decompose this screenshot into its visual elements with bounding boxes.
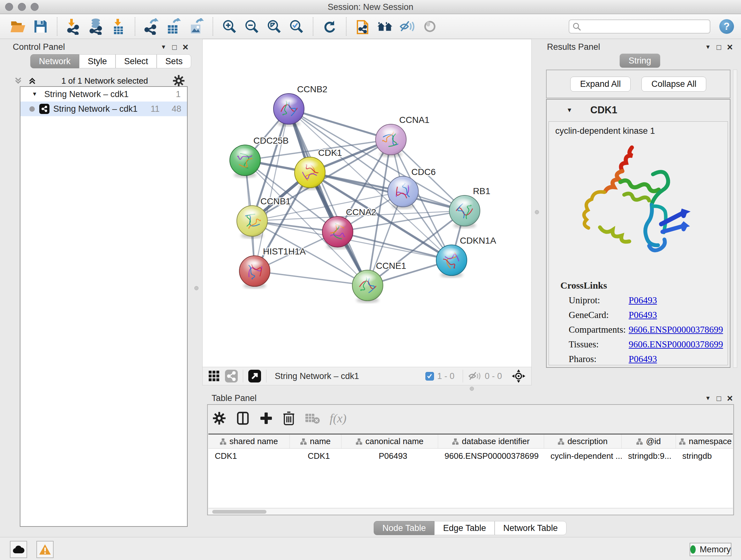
expand-all-networks-icon[interactable]	[13, 76, 23, 85]
network-row-selected[interactable]: String Network – cdk1 11 48	[20, 102, 187, 116]
panel-menu-icon[interactable]: ▼	[161, 44, 166, 51]
graph-edge-CCNB2-CCNE1[interactable]	[289, 109, 367, 286]
tab-network[interactable]: Network	[30, 54, 79, 68]
window-title: Session: New Session	[0, 0, 741, 14]
table-cell: stringdb	[676, 451, 733, 461]
table-toolbar: f(x)	[212, 408, 347, 428]
graph-node-HIST1H1A[interactable]: HIST1H1A	[239, 246, 306, 289]
zoom-out-icon[interactable]	[244, 18, 260, 35]
network-canvas[interactable]: CCNB2CCNA1CDC25BCDK1CDC6RB1CCNB1CCNA2CDK…	[203, 39, 531, 367]
search-field[interactable]	[569, 19, 711, 34]
collapse-all-networks-icon[interactable]	[27, 76, 37, 85]
crosslink-link[interactable]: P06493	[629, 295, 657, 306]
import-network-database-icon[interactable]	[88, 18, 105, 35]
table-cell: CDK1	[208, 451, 290, 461]
show-graphics-icon[interactable]	[421, 18, 438, 35]
column-header-description[interactable]: description	[544, 435, 622, 448]
zoom-selected-icon[interactable]	[288, 18, 305, 35]
grid-view-icon[interactable]	[208, 370, 220, 382]
memory-button[interactable]: Memory	[690, 543, 731, 556]
entry-collapse-icon[interactable]: ▼	[566, 107, 572, 114]
column-header-shared-name[interactable]: shared name	[208, 435, 290, 448]
network-share-icon[interactable]	[225, 370, 238, 382]
graph-node-RB1[interactable]: RB1	[449, 186, 490, 228]
show-columns-icon[interactable]	[236, 411, 250, 425]
crosslinks-title: CrossLinks	[560, 280, 728, 291]
warning-icon[interactable]	[37, 541, 54, 558]
tab-style[interactable]: Style	[79, 54, 116, 68]
column-header-@id[interactable]: @id	[622, 435, 676, 448]
tab-sets[interactable]: Sets	[157, 54, 191, 68]
column-header-canonical-name[interactable]: canonical name	[341, 435, 438, 448]
crosshair-icon[interactable]	[512, 369, 526, 383]
share-document-icon[interactable]	[354, 18, 371, 35]
import-network-icon[interactable]	[65, 18, 82, 35]
node-label-CDKN1A: CDKN1A	[460, 236, 496, 246]
collection-collapse-icon[interactable]: ▼	[32, 91, 37, 98]
left-splitter[interactable]	[192, 39, 202, 537]
node-table: shared namenamecanonical namedatabase id…	[208, 434, 733, 508]
results-menu-icon[interactable]: ▼	[705, 44, 711, 51]
collection-count: 1	[176, 89, 181, 99]
import-table-icon[interactable]	[110, 18, 127, 35]
graph-node-CDC6[interactable]: CDC6	[388, 167, 435, 209]
table-close-icon[interactable]: ×	[727, 394, 733, 402]
search-input[interactable]	[569, 19, 711, 34]
column-header-name[interactable]: name	[290, 435, 341, 448]
help-icon[interactable]: ?	[719, 19, 734, 34]
crosslink-link[interactable]: P06493	[629, 354, 657, 364]
expand-all-button[interactable]: Expand All	[570, 77, 631, 91]
graph-node-CCNE1[interactable]: CCNE1	[352, 261, 406, 303]
refresh-icon[interactable]	[321, 18, 338, 35]
zoom-in-icon[interactable]	[221, 18, 238, 35]
export-network-icon[interactable]	[143, 18, 160, 35]
string-home-icon[interactable]	[377, 18, 394, 35]
selected-checkbox-icon[interactable]	[425, 372, 434, 381]
destroy-table-icon[interactable]	[305, 412, 320, 425]
network-collection-row[interactable]: ▼ String Network – cdk1 1	[20, 87, 187, 102]
birdseye-view-icon[interactable]	[248, 370, 261, 382]
tab-network-table[interactable]: Network Table	[495, 521, 566, 535]
right-splitter[interactable]	[532, 39, 542, 385]
node-label-RB1: RB1	[473, 186, 490, 196]
hide-graphics-icon[interactable]	[399, 18, 416, 35]
export-table-icon[interactable]	[165, 18, 182, 35]
column-header-namespace[interactable]: namespace	[676, 435, 733, 448]
results-scrollbar[interactable]	[733, 70, 737, 368]
crosslink-link[interactable]: P06493	[629, 310, 657, 320]
results-close-icon[interactable]: ×	[727, 43, 733, 51]
function-builder-icon[interactable]: f(x)	[330, 411, 347, 425]
delete-column-icon[interactable]	[282, 411, 295, 426]
cloud-icon[interactable]	[10, 541, 27, 558]
export-image-icon[interactable]	[188, 18, 205, 35]
crosslink-label: Pharos:	[569, 354, 629, 364]
tab-string[interactable]: String	[620, 54, 660, 68]
tab-select[interactable]: Select	[116, 54, 157, 68]
graph-node-CDKN1A[interactable]: CDKN1A	[436, 236, 496, 278]
table-hscrollbar[interactable]	[208, 508, 733, 515]
table-float-icon[interactable]: □	[717, 395, 721, 402]
table-menu-icon[interactable]: ▼	[705, 395, 711, 401]
entry-description: cyclin-dependent kinase 1	[555, 126, 728, 136]
results-float-icon[interactable]: □	[717, 44, 721, 51]
graph-node-CDK1[interactable]: CDK1	[294, 148, 342, 190]
table-gear-icon[interactable]	[212, 411, 226, 425]
tab-node-table[interactable]: Node Table	[374, 521, 434, 535]
collapse-all-button[interactable]: Collapse All	[642, 77, 706, 91]
graph-edge-CCNB2-CCNA1[interactable]	[289, 109, 391, 139]
graph-node-CCNB1[interactable]: CCNB1	[237, 196, 291, 239]
crosslink-link[interactable]: 9606.ENSP00000378699	[629, 324, 723, 335]
open-session-icon[interactable]	[10, 18, 26, 35]
add-column-icon[interactable]	[259, 412, 273, 425]
table-row[interactable]: CDK1CDK1P064939606.ENSP00000378699cyclin…	[208, 449, 733, 463]
tab-edge-table[interactable]: Edge Table	[434, 521, 495, 535]
network-options-gear-icon[interactable]	[172, 74, 185, 87]
zoom-fit-icon[interactable]	[266, 18, 282, 35]
panel-float-icon[interactable]: □	[172, 44, 177, 51]
panel-close-icon[interactable]: ×	[183, 43, 188, 51]
network-view[interactable]: CCNB2CCNA1CDC25BCDK1CDC6RB1CCNB1CCNA2CDK…	[202, 39, 532, 385]
graph-edge-HIST1H1A-CCNE1[interactable]	[255, 271, 367, 286]
crosslink-link[interactable]: 9606.ENSP00000378699	[629, 339, 723, 350]
column-header-database-identifier[interactable]: database identifier	[438, 435, 544, 448]
save-session-icon[interactable]	[32, 18, 49, 35]
